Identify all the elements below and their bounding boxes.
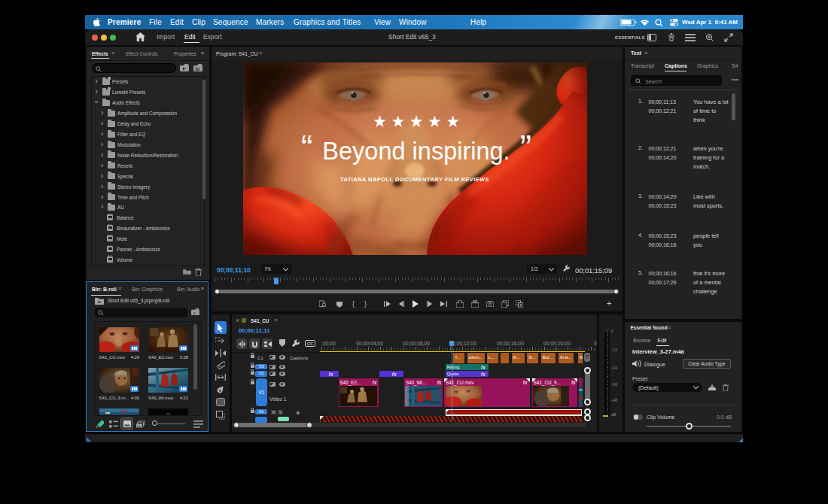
svg-text:ρ: ρ — [193, 311, 196, 315]
svg-text:“: “ — [301, 128, 312, 167]
svg-text:Beyond inspiring.: Beyond inspiring. — [322, 138, 510, 165]
svg-text:TATIANA NAPOLI, DOCUMENTARY FI: TATIANA NAPOLI, DOCUMENTARY FILM REVIEWS — [340, 176, 489, 183]
svg-text:32: 32 — [195, 67, 199, 71]
svg-text:”: ” — [520, 128, 531, 167]
